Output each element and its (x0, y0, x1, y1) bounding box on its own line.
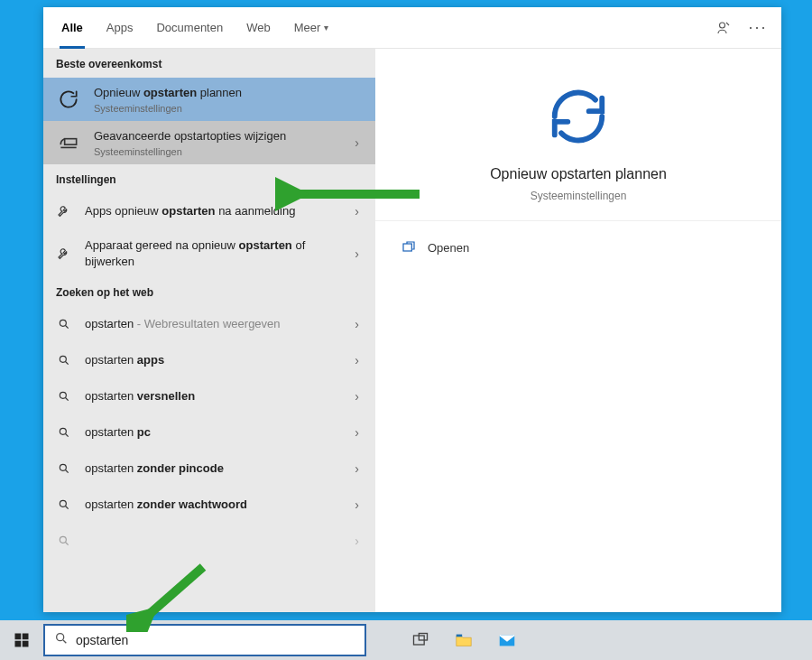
tab-more[interactable]: Meer▾ (285, 7, 338, 49)
result-title: Geavanceerde opstartopties wijzigen (94, 128, 338, 144)
svg-point-4 (60, 392, 66, 398)
result-web-2[interactable]: opstarten versnellen › (43, 378, 375, 414)
section-header-best-match: Beste overeenkomst (43, 49, 375, 78)
svg-rect-1 (65, 139, 77, 145)
feedback-icon[interactable] (709, 14, 738, 42)
result-title: opstarten - Webresultaten weergeven (85, 316, 338, 332)
mail-button[interactable] (487, 622, 527, 658)
search-input[interactable] (76, 633, 355, 647)
detail-title: Opnieuw opstarten plannen (490, 166, 667, 182)
result-web-3[interactable]: opstarten pc › (43, 414, 375, 451)
windows-search-panel: Alle Apps Documenten Web Meer▾ ··· Beste… (43, 7, 781, 612)
advanced-startup-icon (54, 128, 83, 157)
open-icon (401, 239, 417, 256)
svg-point-8 (60, 536, 66, 543)
action-open[interactable]: Openen (375, 232, 781, 263)
taskbar (0, 620, 812, 660)
result-title: Apparaat gereed na opnieuw opstarten of … (85, 237, 338, 269)
chevron-right-icon[interactable]: › (349, 461, 364, 476)
result-title: Opnieuw opstarten plannen (94, 85, 364, 101)
result-web-1[interactable]: opstarten apps › (43, 342, 375, 378)
restart-icon (54, 85, 83, 114)
result-title: opstarten apps (85, 352, 338, 368)
svg-point-0 (720, 23, 725, 28)
svg-rect-14 (15, 641, 22, 647)
wrench-icon (54, 244, 74, 264)
file-explorer-button[interactable] (444, 622, 484, 658)
svg-point-6 (60, 464, 66, 470)
svg-line-11 (144, 567, 203, 618)
action-label: Openen (428, 241, 469, 255)
tab-web[interactable]: Web (237, 7, 280, 49)
search-filter-tabs: Alle Apps Documenten Web Meer▾ ··· (43, 7, 781, 49)
result-web-6[interactable]: › (43, 523, 375, 559)
wrench-icon (54, 201, 74, 221)
tab-all[interactable]: Alle (52, 7, 92, 49)
svg-rect-19 (457, 635, 462, 637)
search-icon (54, 531, 74, 551)
chevron-right-icon[interactable]: › (349, 389, 364, 404)
result-title: opstarten pc (85, 424, 338, 441)
result-title: opstarten versnellen (85, 388, 338, 404)
result-web-0[interactable]: opstarten - Webresultaten weergeven › (43, 306, 375, 342)
search-icon (54, 631, 69, 649)
start-button[interactable] (4, 622, 40, 658)
svg-rect-9 (403, 244, 411, 251)
svg-point-16 (57, 634, 64, 641)
chevron-right-icon[interactable]: › (349, 317, 364, 331)
search-icon (54, 350, 74, 370)
search-icon (54, 459, 74, 479)
svg-rect-13 (23, 634, 29, 640)
result-title: opstarten zonder pincode (85, 460, 338, 477)
chevron-down-icon: ▾ (324, 23, 328, 33)
annotation-arrow-1 (275, 176, 429, 212)
search-results-column: Beste overeenkomst Opnieuw opstarten pla… (43, 49, 375, 612)
chevron-right-icon[interactable]: › (349, 135, 364, 150)
svg-rect-12 (15, 634, 22, 640)
result-best-match-0[interactable]: Opnieuw opstarten plannen Systeeminstell… (43, 78, 375, 121)
chevron-right-icon[interactable]: › (349, 246, 364, 261)
annotation-arrow-2 (126, 560, 217, 632)
result-subtitle: Systeeminstellingen (94, 103, 364, 114)
result-detail-pane: Opnieuw opstarten plannen Systeeminstell… (375, 49, 781, 612)
svg-point-2 (60, 320, 66, 326)
svg-point-7 (60, 500, 66, 507)
svg-rect-15 (23, 641, 29, 647)
chevron-right-icon[interactable]: › (349, 425, 364, 440)
result-settings-1[interactable]: Apparaat gereed na opnieuw opstarten of … (43, 229, 375, 277)
chevron-right-icon[interactable]: › (349, 353, 364, 367)
tab-apps[interactable]: Apps (97, 7, 143, 49)
windows-logo-icon (14, 632, 30, 648)
chevron-right-icon[interactable]: › (349, 497, 364, 512)
svg-point-5 (60, 428, 66, 434)
search-icon (54, 314, 74, 334)
chevron-right-icon[interactable]: › (349, 534, 364, 548)
restart-large-icon (547, 85, 610, 148)
search-icon (54, 495, 74, 515)
result-subtitle: Systeeminstellingen (94, 146, 338, 157)
more-options-icon[interactable]: ··· (743, 14, 772, 42)
section-header-web: Zoeken op het web (43, 277, 375, 306)
result-web-4[interactable]: opstarten zonder pincode › (43, 451, 375, 487)
search-icon (54, 386, 74, 406)
result-web-5[interactable]: opstarten zonder wachtwoord › (43, 487, 375, 523)
svg-rect-18 (419, 634, 427, 641)
search-icon (54, 423, 74, 442)
detail-subtitle: Systeeminstellingen (531, 190, 627, 202)
tab-documents[interactable]: Documenten (147, 7, 232, 49)
svg-point-3 (60, 356, 66, 362)
result-best-match-1[interactable]: Geavanceerde opstartopties wijzigen Syst… (43, 121, 375, 164)
result-title: opstarten zonder wachtwoord (85, 497, 338, 513)
task-view-button[interactable] (401, 622, 440, 658)
